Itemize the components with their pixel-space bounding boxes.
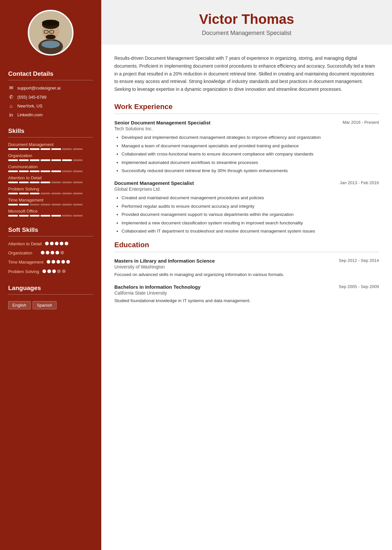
skills-list: Document ManagementOrganizationCommunica… <box>8 142 83 220</box>
job-bullets: Created and maintained document manageme… <box>114 194 379 235</box>
skill-bar <box>8 204 83 205</box>
soft-skills-list: Attention to DetailOrganizationTime Mana… <box>8 241 70 278</box>
skill-name: Time Management <box>8 198 83 202</box>
skill-bar-segment <box>51 182 61 183</box>
dot-container <box>42 269 66 273</box>
contact-item: ✆(555) 345-6789 <box>8 94 60 100</box>
job-item: Document Management SpecialistJan 2013 -… <box>114 180 379 235</box>
skill-name: Communication <box>8 164 83 169</box>
education-item: Masters in Library and Information Scien… <box>114 258 379 278</box>
skill-bar-segment <box>30 159 40 161</box>
skill-name: Document Management <box>8 142 83 147</box>
skill-bar-segment <box>73 204 83 205</box>
soft-skill-dot <box>55 242 58 245</box>
job-bullet: Implemented automated document workflows… <box>122 159 379 166</box>
soft-skill-dot <box>57 260 60 264</box>
skill-item: Communication <box>8 164 83 172</box>
skill-bar-segment <box>30 148 40 150</box>
skill-bar-segment <box>73 193 83 194</box>
skill-bar-segment <box>19 215 29 217</box>
contact-text: LinkedIn.com <box>17 112 42 117</box>
job-bullet: Developed and implemented document manag… <box>122 134 379 141</box>
soft-skill-name: Problem Solving <box>8 269 39 275</box>
edu-school: University of Washington <box>114 264 379 269</box>
skill-bar-segment <box>41 215 50 217</box>
soft-skill-dot <box>41 251 44 254</box>
skill-bar-segment <box>30 193 40 194</box>
soft-skill-dot <box>57 269 61 273</box>
skill-item: Attention to Detail <box>8 175 83 183</box>
skill-name: Attention to Detail <box>8 175 83 180</box>
skill-bar-segment <box>19 170 29 172</box>
job-date: Mar 2016 - Present <box>343 120 379 125</box>
education-item: Bachelors in Information TechnologySep 2… <box>114 284 379 304</box>
skill-bar-segment <box>8 193 18 194</box>
skill-bar-segment <box>8 182 18 183</box>
contact-text: NewYork, US <box>17 104 42 108</box>
skill-item: Problem Solving <box>8 186 83 194</box>
dot-container <box>47 259 70 264</box>
edu-desc: Studied foundational knowledge in IT sys… <box>114 297 379 304</box>
soft-skill-dot <box>60 242 63 245</box>
skill-bar-segment <box>19 159 29 161</box>
skill-bar <box>8 215 83 217</box>
contact-list: ✉support@cvdesigner.ai✆(555) 345-6789⌂Ne… <box>8 85 60 121</box>
skill-bar-segment <box>62 182 72 183</box>
skill-bar-segment <box>51 170 61 172</box>
skill-bar-segment <box>41 182 50 183</box>
language-tag: English <box>8 301 31 309</box>
soft-skill-name: Organization <box>8 250 38 256</box>
main-content: Victor Thomas Document Management Specia… <box>101 0 392 550</box>
soft-skill-item: Organization <box>8 250 70 256</box>
job-bullet: Successfully reduced document retrieval … <box>122 167 379 174</box>
skill-bar-segment <box>73 159 83 161</box>
soft-skills-title: Soft Skills <box>8 226 38 234</box>
education-heading: Education <box>114 241 379 249</box>
job-bullet: Collaborated with cross-functional teams… <box>122 151 379 158</box>
contact-icon: ✆ <box>8 94 14 100</box>
skill-bar-segment <box>41 148 50 150</box>
contact-text: support@cvdesigner.ai <box>17 86 60 90</box>
job-bullet: Provided document management support to … <box>122 211 379 218</box>
skill-bar-segment <box>41 193 50 194</box>
contact-divider <box>8 80 93 80</box>
skill-bar-segment <box>19 193 29 194</box>
skill-bar-segment <box>19 148 29 150</box>
skill-bar-segment <box>8 170 18 172</box>
contact-item: ⌂NewYork, US <box>8 103 60 109</box>
skill-bar-segment <box>8 204 18 205</box>
soft-skill-item: Attention to Detail <box>8 241 70 247</box>
languages-list: EnglishSpanish <box>8 299 58 309</box>
skill-bar <box>8 193 83 194</box>
skill-bar-segment <box>8 148 18 150</box>
work-experience-heading: Work Experience <box>114 103 379 111</box>
jobs-list: Senior Document Management SpecialistMar… <box>114 120 379 235</box>
job-company: Tech Solutions Inc. <box>114 126 379 131</box>
candidate-name: Victor Thomas <box>114 11 379 27</box>
contact-icon: in <box>8 112 14 118</box>
main-header: Victor Thomas Document Management Specia… <box>101 0 392 45</box>
soft-skill-dot <box>62 269 66 273</box>
soft-skill-dot <box>46 251 49 254</box>
skill-name: Problem Solving <box>8 186 83 191</box>
skill-bar <box>8 148 83 150</box>
skill-bar-segment <box>30 182 40 183</box>
skill-item: Organization <box>8 153 83 161</box>
soft-skill-item: Problem Solving <box>8 269 70 275</box>
skill-bar-segment <box>30 170 40 172</box>
skill-bar <box>8 159 83 161</box>
skill-item: Microsoft Office <box>8 209 83 217</box>
job-bullet: Created and maintained document manageme… <box>122 194 379 202</box>
contact-item: ✉support@cvdesigner.ai <box>8 85 60 91</box>
soft-skill-name: Time Management <box>8 259 43 265</box>
skill-bar-segment <box>73 148 83 150</box>
job-date: Jan 2013 - Feb 2016 <box>340 180 379 185</box>
soft-skill-dot <box>45 242 49 245</box>
soft-skill-dot <box>66 260 70 264</box>
job-company: Global Enterprises Ltd. <box>114 186 379 192</box>
edu-title: Bachelors in Information Technology <box>114 284 201 290</box>
skill-bar-segment <box>62 148 72 150</box>
job-header: Senior Document Management SpecialistMar… <box>114 120 379 125</box>
svg-point-4 <box>42 20 59 26</box>
job-bullet: Managed a team of document management sp… <box>122 142 379 150</box>
